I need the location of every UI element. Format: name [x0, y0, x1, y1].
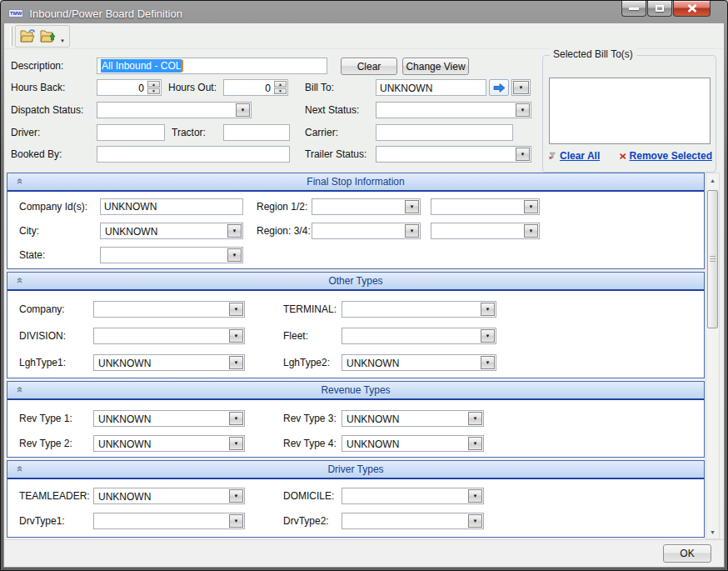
chevron-down-icon[interactable]: ▼	[524, 200, 538, 213]
selected-bill-to-title: Selected Bill To(s)	[550, 48, 636, 60]
dispatch-status-select[interactable]: ▼	[97, 102, 252, 118]
description-input[interactable]: All Inbound - COL	[97, 58, 327, 74]
toolbar-more-button[interactable]: ▼	[60, 38, 65, 43]
region1-select[interactable]: ▼	[312, 198, 421, 215]
chevron-down-icon[interactable]: ▼	[229, 412, 243, 425]
other-types-header[interactable]: » Other Types	[7, 273, 704, 291]
trailer-status-select[interactable]: ▼	[376, 146, 531, 163]
maximize-button[interactable]	[647, 1, 672, 17]
revenue-types-header[interactable]: » Revenue Types	[7, 382, 704, 400]
rev-type-2-select[interactable]: UNKNOWN ▼	[93, 435, 245, 452]
chevron-down-icon[interactable]: ▼	[405, 200, 419, 213]
rev-type-3-select[interactable]: UNKNOWN ▼	[342, 410, 484, 427]
vertical-scrollbar[interactable]: ▲ ▼	[706, 173, 720, 539]
chevron-down-icon[interactable]: ▼	[227, 248, 242, 262]
chevron-down-icon[interactable]: ▼	[229, 514, 243, 528]
driver-input[interactable]	[97, 124, 165, 141]
chevron-down-icon[interactable]: ▼	[236, 103, 250, 117]
titlebar[interactable]: TMW Inbound/Power Board Definition	[3, 3, 725, 23]
region2-select[interactable]: ▼	[431, 198, 540, 215]
teamleader-select[interactable]: UNKNOWN ▼	[93, 488, 245, 504]
spin-down-icon[interactable]: ▼	[147, 88, 160, 95]
collapse-icon[interactable]: »	[12, 387, 25, 393]
city-select[interactable]: UNKNOWN ▼	[100, 223, 243, 239]
carrier-label: Carrier:	[305, 127, 338, 138]
dispatch-status-label: Dispatch Status:	[11, 104, 83, 116]
chevron-down-icon[interactable]: ▼	[481, 303, 495, 316]
fleet-select[interactable]: ▼	[342, 328, 496, 344]
open-board-button[interactable]	[17, 27, 37, 46]
company-ids-label: Company Id(s):	[19, 201, 87, 213]
spin-up-icon[interactable]: ▲	[147, 81, 160, 88]
minimize-button[interactable]	[621, 1, 646, 17]
remove-selected-link[interactable]: Remove Selected	[630, 150, 712, 162]
carrier-input[interactable]	[376, 124, 513, 141]
company-select[interactable]: ▼	[93, 301, 245, 318]
lghtype1-value: UNKNOWN	[98, 358, 151, 369]
chevron-down-icon[interactable]: ▼	[481, 329, 495, 343]
chevron-down-icon[interactable]: ▼	[229, 437, 243, 450]
selected-bill-to-panel: Selected Bill To(s) Clear All Remove Sel…	[542, 55, 716, 173]
driver-types-header[interactable]: » Driver Types	[7, 461, 704, 479]
rev-type-1-select[interactable]: UNKNOWN ▼	[93, 410, 245, 427]
scrollbar-thumb[interactable]	[707, 190, 718, 328]
ok-button[interactable]: OK	[663, 544, 711, 563]
lghtype2-select[interactable]: UNKNOWN ▼	[342, 354, 496, 371]
hours-out-value: 0	[265, 83, 271, 94]
clear-button[interactable]: Clear	[341, 58, 397, 75]
toolbar-grip[interactable]	[10, 27, 12, 46]
chevron-down-icon[interactable]: ▼	[405, 224, 419, 238]
chevron-down-icon[interactable]: ▼	[468, 437, 482, 450]
company-ids-input[interactable]	[100, 198, 243, 215]
change-view-button[interactable]: Change View	[402, 58, 469, 75]
booked-by-input[interactable]	[97, 146, 290, 163]
bill-to-dropdown-button[interactable]: ▼	[511, 79, 531, 96]
scroll-up-button[interactable]: ▲	[706, 173, 719, 187]
division-select[interactable]: ▼	[93, 328, 245, 344]
next-status-select[interactable]: ▼	[376, 102, 531, 118]
chevron-down-icon[interactable]: ▼	[229, 356, 243, 369]
hours-out-stepper[interactable]: 0 ▲ ▼	[223, 79, 288, 96]
hours-back-stepper[interactable]: 0 ▲ ▼	[97, 79, 162, 96]
teamleader-value: UNKNOWN	[98, 491, 151, 503]
scroll-down-button[interactable]: ▼	[706, 525, 719, 538]
bill-to-input[interactable]: UNKNOWN	[376, 79, 486, 96]
rev-type-4-select[interactable]: UNKNOWN ▼	[342, 435, 484, 452]
drvtype1-select[interactable]: ▼	[93, 513, 245, 529]
collapse-icon[interactable]: »	[12, 178, 25, 184]
scroll-up-icon: ▲	[710, 178, 716, 183]
chevron-down-icon[interactable]: ▼	[229, 489, 243, 503]
bill-to-go-button[interactable]	[489, 79, 509, 96]
domicile-select[interactable]: ▼	[342, 488, 484, 504]
rev-type-3-value: UNKNOWN	[347, 413, 399, 425]
chevron-down-icon[interactable]: ▼	[516, 148, 530, 161]
collapse-icon[interactable]: »	[12, 278, 25, 283]
chevron-down-icon[interactable]: ▼	[468, 514, 482, 528]
selected-bill-to-list[interactable]	[549, 78, 711, 144]
chevron-down-icon[interactable]: ▼	[516, 103, 530, 117]
chevron-down-icon[interactable]: ▼	[468, 412, 482, 425]
save-board-button[interactable]	[37, 27, 57, 46]
tractor-input[interactable]	[223, 124, 290, 141]
chevron-down-icon[interactable]: ▼	[229, 329, 243, 343]
chevron-down-icon[interactable]: ▼	[468, 489, 482, 503]
teamleader-label: TEAMLEADER:	[19, 490, 90, 502]
chevron-down-icon[interactable]: ▼	[481, 356, 495, 369]
collapse-icon[interactable]: »	[12, 466, 25, 472]
terminal-select[interactable]: ▼	[342, 301, 496, 318]
spin-up-icon[interactable]: ▲	[274, 81, 287, 88]
state-select[interactable]: ▼	[100, 247, 243, 263]
drvtype2-select[interactable]: ▼	[342, 513, 484, 529]
chevron-down-icon[interactable]: ▼	[229, 303, 243, 316]
spin-down-icon[interactable]: ▼	[274, 88, 287, 95]
lghtype1-select[interactable]: UNKNOWN ▼	[93, 354, 245, 371]
region4-select[interactable]: ▼	[431, 223, 540, 239]
region3-select[interactable]: ▼	[312, 223, 421, 239]
chevron-down-icon[interactable]: ▼	[227, 224, 242, 238]
close-button[interactable]	[673, 1, 711, 17]
row-rev2-rev4: Rev Type 2: UNKNOWN ▼ Rev Type 4: UNKNOW…	[19, 435, 704, 452]
revenue-types-title: Revenue Types	[7, 384, 704, 396]
chevron-down-icon[interactable]: ▼	[524, 224, 538, 238]
final-stop-header[interactable]: » Final Stop Information	[7, 173, 704, 192]
clear-all-link[interactable]: Clear All	[560, 150, 600, 162]
